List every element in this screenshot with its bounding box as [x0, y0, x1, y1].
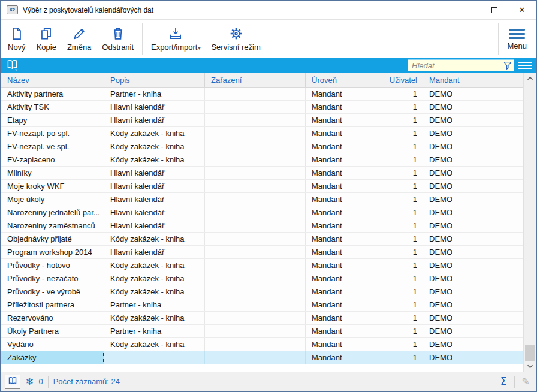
cell-popis[interactable]: Kódy zakázek - kniha: [104, 312, 205, 324]
cell-mandant[interactable]: DEMO: [423, 206, 523, 219]
cell-zarazeni[interactable]: [205, 219, 306, 232]
cell-zarazeni[interactable]: [205, 153, 306, 166]
cell-uzivatel[interactable]: 1: [373, 167, 423, 179]
cell-nazev[interactable]: FV-nezapl. ve spl.: [1, 140, 104, 153]
column-header-popis[interactable]: Popis: [104, 73, 205, 87]
cell-nazev[interactable]: Objednávky přijaté: [1, 233, 104, 245]
cell-nazev[interactable]: Zakázky: [1, 351, 104, 364]
cell-nazev[interactable]: Vydáno: [1, 338, 104, 351]
cell-uzivatel[interactable]: 1: [373, 338, 423, 351]
cell-mandant[interactable]: DEMO: [423, 127, 523, 140]
cell-zarazeni[interactable]: [205, 233, 306, 245]
cell-uroven[interactable]: Mandant: [306, 180, 373, 192]
cell-mandant[interactable]: DEMO: [423, 180, 523, 192]
column-header-uroven[interactable]: Úroveň: [306, 73, 373, 87]
cell-zarazeni[interactable]: [205, 114, 306, 126]
search-input[interactable]: [408, 59, 514, 71]
cell-uroven[interactable]: Mandant: [306, 312, 373, 324]
cell-uroven[interactable]: Mandant: [306, 127, 373, 140]
cell-nazev[interactable]: Program workshop 2014: [1, 246, 104, 258]
cell-mandant[interactable]: DEMO: [423, 114, 523, 126]
column-header-nazev[interactable]: Název: [1, 73, 104, 87]
edit-pencil-icon[interactable]: ✎: [520, 377, 532, 387]
table-row[interactable]: FV-nezapl. ve spl. Kódy zakázek - kniha …: [1, 140, 523, 153]
cell-uroven[interactable]: Mandant: [306, 259, 373, 272]
cell-mandant[interactable]: DEMO: [423, 259, 523, 272]
cell-uzivatel[interactable]: 1: [373, 233, 423, 245]
cell-uzivatel[interactable]: 1: [373, 114, 423, 126]
cell-popis[interactable]: Kódy zakázek - kniha: [104, 272, 205, 285]
cell-uroven[interactable]: Mandant: [306, 167, 373, 179]
cell-popis[interactable]: Kódy zakázek - kniha: [104, 338, 205, 351]
cell-nazev[interactable]: Narozeniny jednatelů par...: [1, 206, 104, 219]
column-header-mandant[interactable]: Mandant: [423, 73, 523, 87]
table-row[interactable]: Rezervováno Kódy zakázek - kniha Mandant…: [1, 312, 523, 325]
delete-button[interactable]: Odstranit: [96, 24, 139, 53]
cell-mandant[interactable]: DEMO: [423, 351, 523, 364]
service-mode-button[interactable]: Servisní režim: [206, 24, 266, 53]
cell-popis[interactable]: [104, 351, 205, 364]
band-hamburger-icon[interactable]: [517, 61, 533, 70]
cell-zarazeni[interactable]: [205, 312, 306, 324]
cell-uzivatel[interactable]: 1: [373, 298, 423, 311]
cell-popis[interactable]: Hlavní kalendář: [104, 167, 205, 179]
cell-uzivatel[interactable]: 1: [373, 153, 423, 166]
cell-popis[interactable]: Kódy zakázek - kniha: [104, 127, 205, 140]
cell-uroven[interactable]: Mandant: [306, 325, 373, 337]
cell-popis[interactable]: Hlavní kalendář: [104, 114, 205, 126]
vertical-scrollbar[interactable]: [523, 73, 536, 372]
cell-mandant[interactable]: DEMO: [423, 153, 523, 166]
table-row[interactable]: Moje úkoly Hlavní kalendář Mandant 1 DEM…: [1, 193, 523, 206]
cell-uzivatel[interactable]: 1: [373, 206, 423, 219]
cell-popis[interactable]: Kódy zakázek - kniha: [104, 233, 205, 245]
cell-mandant[interactable]: DEMO: [423, 193, 523, 206]
cell-uroven[interactable]: Mandant: [306, 193, 373, 206]
cell-popis[interactable]: Partner - kniha: [104, 88, 205, 100]
cell-uzivatel[interactable]: 1: [373, 101, 423, 113]
table-row[interactable]: Narozeniny zaměstnanců Hlavní kalendář M…: [1, 219, 523, 233]
cell-nazev[interactable]: FV-zaplaceno: [1, 153, 104, 166]
table-row[interactable]: Průvodky - nezačato Kódy zakázek - kniha…: [1, 272, 523, 285]
cell-mandant[interactable]: DEMO: [423, 298, 523, 311]
export-import-button[interactable]: Export/import▾: [146, 24, 206, 53]
menu-button[interactable]: Menu: [502, 25, 532, 52]
cell-nazev[interactable]: Úkoly Partnera: [1, 325, 104, 337]
cell-zarazeni[interactable]: [205, 193, 306, 206]
cell-uroven[interactable]: Mandant: [306, 351, 373, 364]
open-book-icon[interactable]: [5, 58, 19, 74]
table-row[interactable]: Příležitosti partnera Partner - kniha Ma…: [1, 298, 523, 312]
table-row[interactable]: Průvodky - ve výrobě Kódy zakázek - knih…: [1, 285, 523, 298]
cell-nazev[interactable]: Milníky: [1, 167, 104, 179]
cell-zarazeni[interactable]: [205, 351, 306, 364]
cell-mandant[interactable]: DEMO: [423, 101, 523, 113]
filter-funnel-icon[interactable]: [503, 61, 512, 73]
table-row[interactable]: Etapy Hlavní kalendář Mandant 1 DEMO: [1, 114, 523, 127]
cell-uroven[interactable]: Mandant: [306, 101, 373, 113]
cell-uroven[interactable]: Mandant: [306, 338, 373, 351]
cell-nazev[interactable]: Narozeniny zaměstnanců: [1, 219, 104, 232]
cell-uzivatel[interactable]: 1: [373, 180, 423, 192]
cell-nazev[interactable]: Průvodky - hotovo: [1, 259, 104, 272]
book-view-button[interactable]: [5, 375, 20, 389]
table-row[interactable]: Program workshop 2014 Hlavní kalendář Ma…: [1, 246, 523, 259]
cell-popis[interactable]: Partner - kniha: [104, 325, 205, 337]
cell-mandant[interactable]: DEMO: [423, 338, 523, 351]
cell-mandant[interactable]: DEMO: [423, 312, 523, 324]
cell-zarazeni[interactable]: [205, 101, 306, 113]
cell-uroven[interactable]: Mandant: [306, 140, 373, 153]
cell-nazev[interactable]: Moje kroky WKF: [1, 180, 104, 192]
cell-zarazeni[interactable]: [205, 88, 306, 100]
cell-zarazeni[interactable]: [205, 325, 306, 337]
cell-uroven[interactable]: Mandant: [306, 272, 373, 285]
cell-popis[interactable]: Hlavní kalendář: [104, 101, 205, 113]
cell-mandant[interactable]: DEMO: [423, 233, 523, 245]
scroll-down-button[interactable]: [524, 361, 536, 372]
cell-mandant[interactable]: DEMO: [423, 88, 523, 100]
cell-uzivatel[interactable]: 1: [373, 351, 423, 364]
table-row[interactable]: Aktivity TSK Hlavní kalendář Mandant 1 D…: [1, 101, 523, 114]
table-row[interactable]: Aktivity partnera Partner - kniha Mandan…: [1, 88, 523, 101]
cell-uroven[interactable]: Mandant: [306, 206, 373, 219]
cell-uzivatel[interactable]: 1: [373, 219, 423, 232]
cell-uroven[interactable]: Mandant: [306, 114, 373, 126]
cell-zarazeni[interactable]: [205, 246, 306, 258]
